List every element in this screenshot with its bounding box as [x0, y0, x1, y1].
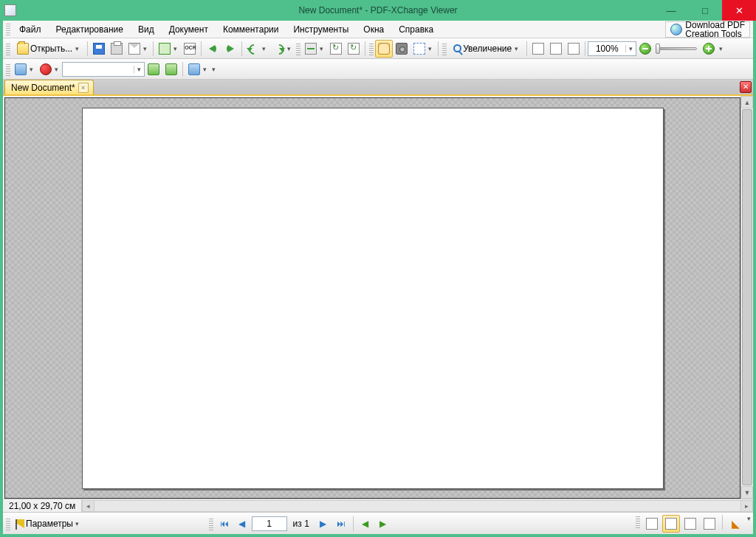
pagenav-grip[interactable]: [209, 517, 213, 530]
email-button[interactable]: ▾: [126, 40, 151, 58]
export-button[interactable]: ▾: [156, 40, 181, 58]
redo-icon: [272, 43, 284, 55]
toolbar-grip-3[interactable]: [369, 42, 374, 55]
app-frame: Файл Редактирование Вид Документ Коммент…: [0, 21, 756, 537]
fit-width-button[interactable]: [565, 40, 583, 58]
print-button[interactable]: [108, 40, 126, 58]
rotate-left-button[interactable]: [327, 40, 345, 58]
prev-view-icon: ◀: [362, 519, 368, 528]
first-page-button[interactable]: ⏮: [216, 516, 233, 532]
menu-view[interactable]: Вид: [131, 23, 162, 36]
snapshot-tool-button[interactable]: [393, 40, 410, 58]
stamp-apply-button[interactable]: [162, 60, 180, 78]
prev-page-button[interactable]: ◀: [234, 516, 250, 532]
scan-button[interactable]: ▾: [302, 40, 327, 58]
zoom-out-button[interactable]: [636, 40, 654, 58]
single-page-button[interactable]: [643, 515, 661, 533]
horizontal-scrollbar[interactable]: ◂ ▸: [82, 499, 753, 512]
actual-size-button[interactable]: [529, 40, 547, 58]
hscroll-track[interactable]: [94, 500, 740, 512]
document-tab-close[interactable]: ×: [78, 83, 89, 93]
vertical-scrollbar[interactable]: ▲ ▼: [740, 96, 753, 499]
zoom-input[interactable]: [588, 43, 625, 55]
hscroll-left[interactable]: ◂: [82, 500, 94, 512]
minimize-button[interactable]: —: [654, 0, 688, 21]
facing-page-icon: [684, 518, 696, 530]
close-all-tabs-button[interactable]: [740, 81, 752, 93]
ask-button[interactable]: ▾: [37, 60, 62, 78]
zoom-combo[interactable]: ▾: [588, 41, 636, 56]
toolbar2-overflow[interactable]: ▾: [210, 66, 216, 73]
layout-overflow[interactable]: ▾: [746, 515, 752, 533]
page-navigation: ⏮ ◀ из 1 ▶ ⏭ ◀ ▶: [207, 516, 391, 532]
filter-button[interactable]: ▾: [185, 60, 210, 78]
find-dropdown[interactable]: ▾: [134, 66, 144, 73]
facing-page-button[interactable]: [681, 515, 699, 533]
hscroll-right[interactable]: ▸: [740, 500, 753, 512]
camera-icon: [396, 43, 408, 55]
find-input[interactable]: [63, 63, 134, 75]
flag-icon: [17, 519, 24, 528]
link-tool-button[interactable]: ▾: [12, 60, 37, 78]
next-page-button[interactable]: ▶: [315, 516, 331, 532]
open-dropdown[interactable]: ▾: [74, 45, 80, 52]
undo-button[interactable]: ▾: [244, 40, 269, 58]
zoom-extra-dropdown[interactable]: ▾: [718, 45, 724, 52]
menu-document[interactable]: Документ: [162, 23, 216, 36]
scroll-up-button[interactable]: ▲: [741, 96, 753, 108]
first-page-icon: ⏮: [220, 519, 229, 528]
fit-page-button[interactable]: [547, 40, 565, 58]
bottom-grip[interactable]: [6, 517, 10, 530]
arrow-right-icon: [224, 43, 236, 55]
last-page-button[interactable]: ⏭: [333, 516, 349, 532]
filter-icon: [188, 63, 200, 75]
nav-forward-button[interactable]: [221, 40, 239, 58]
close-button[interactable]: ✕: [722, 0, 756, 21]
options-button[interactable]: Параметры ▾: [12, 515, 86, 533]
zoom-slider-thumb[interactable]: [656, 44, 660, 54]
menu-windows[interactable]: Окна: [356, 23, 391, 36]
toolbar2-grip[interactable]: [6, 63, 10, 76]
folder-open-icon: [17, 43, 29, 55]
scroll-thumb[interactable]: [742, 109, 752, 485]
save-button[interactable]: [90, 40, 108, 58]
secondary-toolbar: ▾ ▾ ▾ ▾ ▾: [3, 59, 753, 80]
continuous-page-button[interactable]: [662, 515, 680, 533]
zoom-in-button[interactable]: [700, 40, 718, 58]
menu-tools[interactable]: Инструменты: [286, 23, 356, 36]
document-tab[interactable]: New Document* ×: [4, 80, 94, 94]
app-icon: [4, 4, 16, 16]
find-combo[interactable]: ▾: [62, 62, 145, 77]
page-canvas[interactable]: [4, 97, 740, 499]
rotate-right-button[interactable]: [345, 40, 362, 58]
redo-button[interactable]: ▾: [269, 40, 295, 58]
menu-file[interactable]: Файл: [12, 23, 49, 36]
zoom-tool-button[interactable]: Увеличение ▾: [448, 40, 524, 58]
menu-comments[interactable]: Комментарии: [216, 23, 286, 36]
continuous-facing-button[interactable]: [701, 515, 718, 533]
bookmark-button[interactable]: ◣: [726, 515, 744, 533]
zoom-dropdown[interactable]: ▾: [625, 45, 636, 52]
status-row: 21,00 x 29,70 см ◂ ▸: [3, 499, 753, 512]
next-view-icon: ▶: [379, 519, 386, 528]
menu-help[interactable]: Справка: [391, 23, 441, 36]
select-tool-button[interactable]: ▾: [410, 40, 436, 58]
menubar-grip[interactable]: [6, 24, 10, 35]
prev-view-button[interactable]: ◀: [357, 516, 374, 532]
ocr-button[interactable]: [181, 40, 199, 58]
nav-back-button[interactable]: [204, 40, 221, 58]
download-pdf-tools-promo[interactable]: Download PDF Creation Tools: [665, 21, 750, 38]
toolbar-grip[interactable]: [6, 42, 10, 55]
page-number-input[interactable]: [252, 516, 287, 531]
toolbar-grip-2[interactable]: [296, 42, 300, 55]
toolbar-grip-4[interactable]: [442, 42, 447, 55]
stamp-manage-button[interactable]: [145, 60, 162, 78]
open-button[interactable]: Открыть... ▾: [12, 40, 85, 58]
scroll-down-button[interactable]: ▼: [741, 486, 753, 499]
menu-edit[interactable]: Редактирование: [49, 23, 131, 36]
layout-grip[interactable]: [636, 515, 640, 528]
hand-tool-button[interactable]: [375, 40, 393, 58]
next-view-button[interactable]: ▶: [375, 516, 391, 532]
maximize-button[interactable]: □: [688, 0, 722, 21]
zoom-slider[interactable]: [657, 47, 697, 50]
